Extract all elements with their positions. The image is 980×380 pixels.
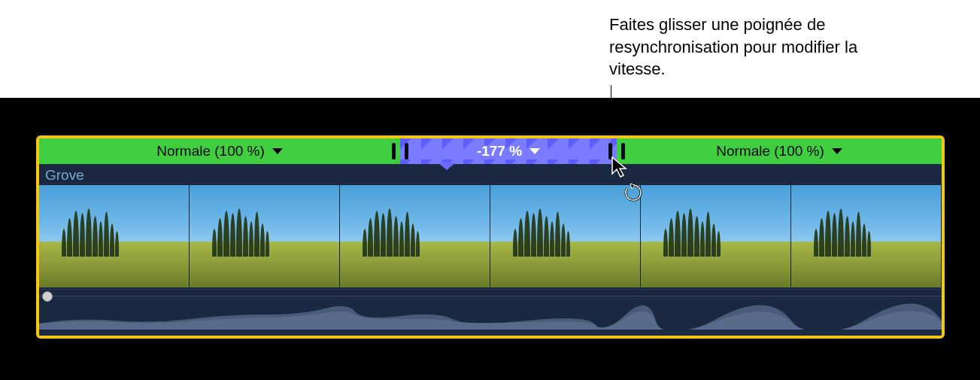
thumbnail-frame bbox=[490, 185, 641, 287]
speed-segment-normal-2[interactable]: Normale (100 %) bbox=[617, 138, 942, 164]
speed-label: Normale (100 %) bbox=[156, 143, 265, 160]
thumbnail-frame bbox=[641, 185, 791, 287]
retiming-handle[interactable] bbox=[621, 143, 625, 160]
audio-waveform-area[interactable] bbox=[39, 289, 942, 336]
chevron-down-icon[interactable] bbox=[832, 148, 842, 154]
clip-title: Grove bbox=[45, 167, 84, 184]
video-clip[interactable]: Normale (100 %) -177 % Normale (100 %) G… bbox=[36, 135, 945, 339]
thumbnail-frame bbox=[340, 185, 490, 287]
chevron-down-icon[interactable] bbox=[529, 148, 540, 154]
retiming-handle[interactable] bbox=[405, 143, 408, 160]
thumbnail-frame bbox=[791, 185, 942, 287]
audio-keyframe-handle[interactable] bbox=[42, 291, 53, 302]
speed-segment-normal-1[interactable]: Normale (100 %) bbox=[39, 138, 400, 164]
clip-filmstrip[interactable] bbox=[39, 185, 942, 287]
retiming-bar: Normale (100 %) -177 % Normale (100 %) bbox=[39, 138, 942, 164]
chevron-down-icon[interactable] bbox=[272, 148, 283, 154]
annotation-text: Faites glisser une poignée de resynchron… bbox=[609, 14, 895, 81]
retiming-handle[interactable] bbox=[608, 143, 612, 160]
speed-label: Normale (100 %) bbox=[716, 143, 824, 160]
speed-label: -177 % bbox=[477, 143, 522, 160]
retiming-handle[interactable] bbox=[392, 143, 396, 160]
speed-segment-reverse[interactable]: -177 % bbox=[400, 138, 617, 164]
audio-waveform bbox=[39, 301, 942, 330]
thumbnail-frame bbox=[190, 185, 340, 287]
thumbnail-frame bbox=[39, 185, 190, 287]
audio-level-line[interactable] bbox=[39, 296, 942, 296]
